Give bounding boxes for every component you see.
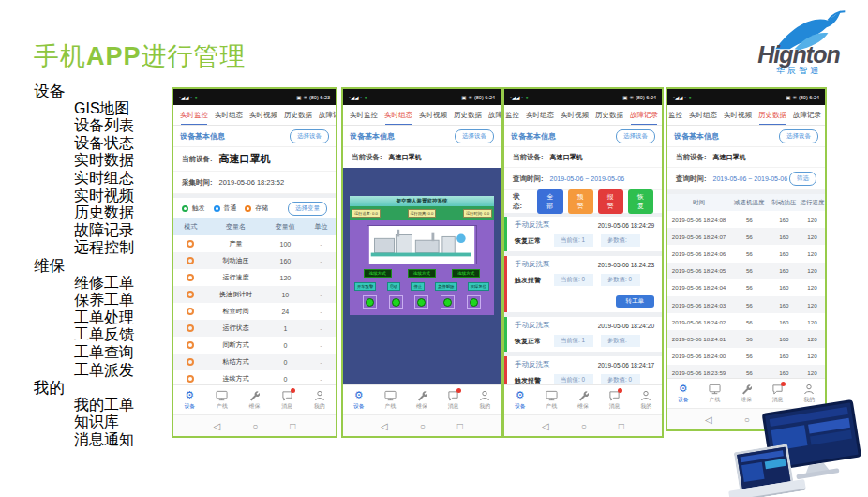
start-button[interactable]: 启动 [387,282,401,291]
status-right: ▣✳(80) 6:23 [294,95,330,100]
history-row: 2019-05-06 18:24:00 56 160 120 [667,348,825,365]
nav-device[interactable]: ⚙设备 [173,385,206,414]
filter-button[interactable]: 筛选 [789,172,816,186]
gauge-speed: 运行速度: 0.0 [352,209,381,218]
title-part: 手机 [34,42,86,70]
tab-realtime-scada[interactable]: 实时组态 [689,111,717,120]
nav-line[interactable]: 产线 [375,385,407,414]
select-device-button[interactable]: 选择设备 [616,129,655,143]
feature-item: 我的 [34,379,134,397]
mode-button[interactable]: 连续方式 [452,269,480,278]
nav-device[interactable]: ⚙设备 [343,385,375,414]
nav-mine[interactable]: 我的 [303,385,336,414]
filter-recover-button[interactable]: 恢复 [628,189,653,214]
nav-line[interactable]: 产线 [536,385,568,414]
prewarn-button[interactable]: 开车预警 [354,282,376,291]
recent-icon[interactable]: □ [290,421,295,431]
nav-maintain[interactable]: 维保 [730,379,762,408]
recent-icon[interactable]: □ [457,421,463,431]
tab-realtime-monitor[interactable]: 实时监控 [502,111,519,120]
filter-all-button[interactable]: 全部 [537,189,562,214]
to-workorder-button[interactable]: 转工单 [616,295,655,308]
nav-mine[interactable]: 我的 [469,385,501,414]
nav-message[interactable]: 消息 [762,379,794,408]
filter-alarm-button[interactable]: 报警 [598,189,623,214]
scada-screen: 架空乘人装置监控系统 运行速度: 0.0 运行距离: 0.0 运行时间: 0.0 [350,196,494,315]
tab-realtime-monitor[interactable]: 实时监控 [180,111,208,120]
select-variable-button[interactable]: 选择变量 [288,202,327,216]
normal-dot-icon [214,205,220,212]
tab-fault-record[interactable]: 故障记录 [488,111,501,120]
legend-normal: 普通 [224,203,237,213]
recent-icon[interactable]: □ [619,421,624,431]
tab-realtime-monitor[interactable]: 实时监控 [666,111,682,120]
gauge-runtime: 运行时间: 0.0 [463,209,492,218]
home-icon[interactable]: ○ [252,421,258,431]
chat-icon [608,389,621,401]
feature-item: 设备 [34,83,134,100]
nav-device[interactable]: ⚙设备 [504,385,536,414]
back-icon[interactable]: ◁ [381,421,388,431]
indicator-lamp[interactable] [363,295,377,309]
tab-realtime-scada[interactable]: 实时组态 [526,111,554,120]
feature-item: 我的工单 [34,397,134,414]
gear-icon: ⚙ [679,383,688,395]
phone-realtime-monitor: ▫◢◢▪● ▣✳(80) 6:23 实时监控 实时组态 实时视频 历史数据 故障… [172,87,337,438]
bluetooth-icon: ▪ [684,95,686,100]
tab-history-data[interactable]: 历史数据 [595,111,623,120]
select-device-button[interactable]: 选择设备 [290,129,329,143]
tab-history-data[interactable]: 历史数据 [758,111,786,120]
nav-mine[interactable]: 我的 [630,385,662,414]
mode-button[interactable]: 连续方式 [364,269,392,278]
tab-realtime-scada[interactable]: 实时组态 [215,111,243,120]
tab-realtime-scada[interactable]: 实时组态 [384,111,412,120]
nav-message[interactable]: 消息 [271,385,304,414]
query-time-value[interactable]: 2019-05-06 ~ 2019-05-06 [550,175,625,182]
tab-history-data[interactable]: 历史数据 [284,111,312,120]
section-title: 设备基本信息 [674,131,719,142]
shield-icon: ▣ [786,95,790,100]
fault-reset-button[interactable]: 故障复位 [468,282,489,291]
indicator-lamp[interactable] [441,295,455,309]
indicator-lamp[interactable] [414,295,428,309]
tab-realtime-video[interactable]: 实时视频 [561,111,589,120]
tab-fault-record[interactable]: 故障记录 [793,111,821,120]
home-icon[interactable]: ○ [581,421,587,431]
nav-message[interactable]: 消息 [599,385,631,414]
back-icon[interactable]: ◁ [214,421,221,431]
tab-realtime-monitor[interactable]: 实时监控 [350,111,378,120]
stop-button[interactable]: 停止 [411,282,425,291]
section-title: 设备基本信息 [180,131,225,142]
indicator-lamp[interactable] [389,295,403,309]
nav-device[interactable]: ⚙设备 [667,379,699,408]
tab-fault-record[interactable]: 故障记录 [630,111,658,120]
tab-history-data[interactable]: 历史数据 [454,111,482,120]
select-device-button[interactable]: 选择设备 [455,129,494,143]
tab-realtime-video[interactable]: 实时视频 [249,111,277,120]
back-icon[interactable]: ◁ [705,414,712,425]
tab-realtime-video[interactable]: 实时视频 [419,111,447,120]
nav-message[interactable]: 消息 [438,385,470,414]
variable-row: 产量 100 - [173,235,336,252]
feature-item: 实时视频 [34,188,134,205]
nav-maintain[interactable]: 维保 [567,385,599,414]
nav-maintain[interactable]: 维保 [238,385,271,414]
notify-dot-icon: ● [364,95,367,100]
tab-fault-record[interactable]: 故障记录 [319,111,336,120]
battery-time: (80) 6:24 [636,95,656,100]
back-icon[interactable]: ◁ [542,421,549,431]
nav-line[interactable]: 产线 [699,379,731,408]
bottom-nav: ⚙设备 产线 维保 消息 我的 [173,384,336,414]
android-nav-bar: ◁ ○ □ [504,414,662,436]
indicator-lamp[interactable] [467,295,481,309]
estop-release-button[interactable]: 急停解除 [435,282,456,291]
select-device-button[interactable]: 选择设备 [779,129,818,143]
monitor-icon [546,389,558,401]
mode-button[interactable]: 连续方式 [408,269,436,278]
nav-maintain[interactable]: 维保 [406,385,438,414]
query-time-value[interactable]: 2019-05-06 ~ 2019-05-06 [713,175,788,182]
nav-line[interactable]: 产线 [206,385,239,414]
filter-prewarn-button[interactable]: 预警 [568,189,593,214]
home-icon[interactable]: ○ [420,421,426,431]
tab-realtime-video[interactable]: 实时视频 [724,111,752,120]
